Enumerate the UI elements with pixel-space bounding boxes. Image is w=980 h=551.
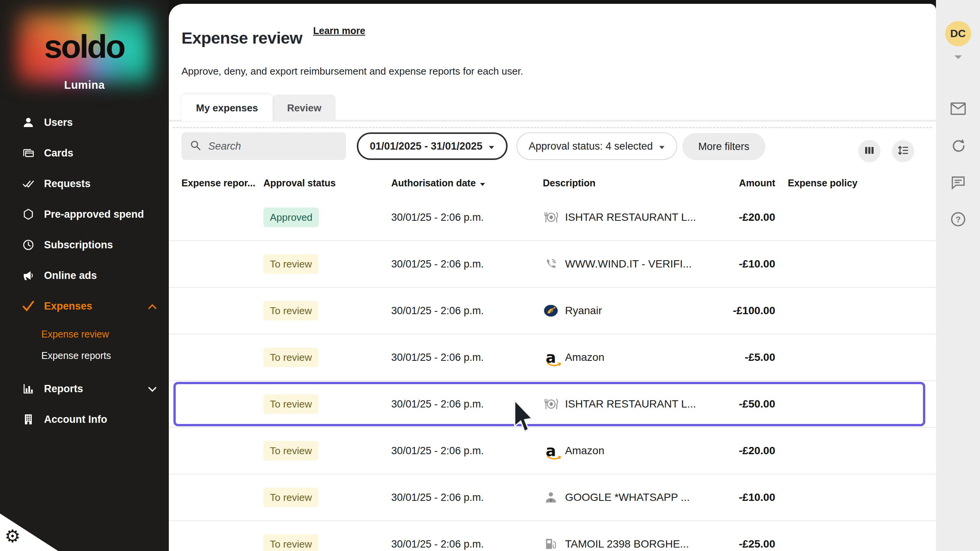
- tab-review[interactable]: Review: [273, 95, 336, 121]
- date-range-filter[interactable]: 01/01/2025 - 31/01/2025: [357, 132, 508, 160]
- column-header-expense-report[interactable]: Expense repor...: [181, 178, 255, 189]
- sidebar-subitem-expense-review[interactable]: Expense review: [41, 327, 109, 341]
- amount-cell: -£20.00: [739, 211, 775, 223]
- row-height-button[interactable]: [892, 140, 914, 162]
- amount-cell: -£50.00: [739, 398, 775, 410]
- amazon-logo-icon: a: [543, 349, 559, 365]
- columns-settings-button[interactable]: [858, 140, 880, 162]
- fuel-pump-icon: [543, 536, 559, 551]
- sidebar-item-online-ads[interactable]: Online ads: [0, 267, 169, 284]
- avatar-chevron-down-icon[interactable]: [954, 54, 962, 61]
- table-body: Approved 30/01/25 - 2:06 p.m. ISHTAR RES…: [169, 194, 936, 551]
- sidebar-subitem-expense-reports[interactable]: Expense reports: [41, 349, 111, 362]
- restaurant-icon: [543, 396, 559, 412]
- sidebar-item-label: Account Info: [44, 414, 107, 425]
- tab-bar: My expenses Review: [181, 95, 336, 121]
- help-icon[interactable]: ?: [950, 211, 967, 228]
- bar-chart-icon: [22, 382, 35, 395]
- sidebar-item-requests[interactable]: Requests: [0, 175, 169, 192]
- caret-down-icon: [488, 140, 495, 152]
- description-cell: WWW.WIND.IT - VERIFI...: [543, 256, 692, 272]
- restaurant-icon: [543, 209, 559, 225]
- building-icon: [22, 413, 35, 426]
- merchant-name: Amazon: [565, 351, 604, 364]
- sidebar-item-users[interactable]: Users: [0, 114, 169, 131]
- table-row[interactable]: To review 30/01/25 - 2:06 p.m. TAMOIL 23…: [169, 520, 936, 551]
- phone-icon: [543, 256, 559, 272]
- amount-cell: -£100.00: [733, 305, 775, 317]
- table-row[interactable]: To review 30/01/25 - 2:06 p.m. GOOGLE *W…: [169, 474, 936, 520]
- sidebar-item-label: Users: [44, 117, 73, 129]
- approval-status-value: Approval status: 4 selected: [529, 140, 653, 152]
- authorisation-date-cell: 30/01/25 - 2:06 p.m.: [391, 538, 484, 550]
- sidebar: soldo Lumina Users Cards Requests Pre-ap…: [0, 0, 169, 551]
- double-check-icon: [22, 177, 35, 190]
- soldo-logo[interactable]: soldo: [19, 13, 149, 82]
- sidebar-item-label: Reports: [44, 383, 83, 395]
- merchant-name: GOOGLE *WHATSAPP ...: [565, 491, 690, 504]
- sidebar-item-label: Requests: [44, 178, 91, 190]
- settings-gear-icon[interactable]: ⚙: [5, 527, 20, 545]
- column-header-authorisation-date[interactable]: Authorisation date: [391, 178, 485, 189]
- sidebar-item-subscriptions[interactable]: Subscriptions: [0, 236, 169, 253]
- search-input[interactable]: Search: [181, 132, 346, 160]
- card-icon: [22, 147, 35, 160]
- merchant-name: ISHTAR RESTAURANT L...: [565, 211, 696, 223]
- amount-cell: -£10.00: [739, 491, 775, 504]
- merchant-name: WWW.WIND.IT - VERIFI...: [565, 258, 692, 270]
- table-row[interactable]: To review 30/01/25 - 2:06 p.m. a Amazon …: [169, 334, 936, 380]
- sidebar-item-cards[interactable]: Cards: [0, 145, 169, 161]
- approval-status-filter[interactable]: Approval status: 4 selected: [516, 132, 677, 160]
- sidebar-item-label: Pre-approved spend: [44, 209, 144, 220]
- subitem-label: Expense review: [41, 329, 109, 340]
- column-header-amount[interactable]: Amount: [739, 178, 775, 189]
- mail-icon[interactable]: [950, 100, 967, 117]
- merchant-name: Amazon: [565, 445, 604, 457]
- app-window: soldo Lumina Users Cards Requests Pre-ap…: [0, 0, 980, 551]
- amount-cell: -£20.00: [739, 445, 775, 457]
- chat-icon[interactable]: [950, 174, 967, 191]
- more-filters-button[interactable]: More filters: [683, 133, 765, 160]
- sidebar-item-label: Expenses: [44, 300, 92, 312]
- page-subtitle: Approve, deny, and export reimbursement …: [181, 65, 523, 77]
- company-name: Lumina: [0, 79, 169, 91]
- columns-icon: [864, 145, 875, 158]
- refresh-icon[interactable]: [950, 137, 967, 154]
- column-header-approval-status[interactable]: Approval status: [263, 178, 336, 189]
- sort-desc-icon: [480, 178, 485, 189]
- merchant-name: ISHTAR RESTAURANT L...: [565, 398, 696, 410]
- chevron-up-icon[interactable]: [148, 300, 157, 312]
- table-header: Expense repor... Approval status Authori…: [169, 174, 936, 195]
- column-header-expense-policy[interactable]: Expense policy: [788, 178, 858, 189]
- status-badge: To review: [263, 535, 318, 551]
- tab-my-expenses[interactable]: My expenses: [181, 95, 273, 121]
- sidebar-item-pre-approved-spend[interactable]: Pre-approved spend: [0, 206, 169, 223]
- table-row[interactable]: To review 30/01/25 - 2:06 p.m. a Amazon …: [169, 427, 936, 474]
- caret-down-icon: [659, 140, 665, 152]
- table-row[interactable]: To review 30/01/25 - 2:06 p.m. WWW.WIND.…: [169, 240, 936, 287]
- sidebar-item-label: Subscriptions: [44, 239, 113, 251]
- user-icon: [22, 116, 35, 129]
- ryanair-logo-icon: [543, 303, 559, 319]
- amount-cell: -£5.00: [745, 351, 775, 364]
- sidebar-item-expenses[interactable]: Expenses: [0, 298, 169, 315]
- column-header-description[interactable]: Description: [543, 178, 596, 189]
- sidebar-item-account-info[interactable]: Account Info: [0, 411, 169, 428]
- avatar[interactable]: DC: [945, 21, 971, 46]
- authorisation-date-cell: 30/01/25 - 2:06 p.m.: [391, 352, 484, 364]
- table-row[interactable]: Approved 30/01/25 - 2:06 p.m. ISHTAR RES…: [169, 194, 936, 240]
- merchant-name: TAMOIL 2398 BORGHE...: [565, 538, 689, 550]
- page-title: Expense review: [181, 29, 302, 47]
- logo-text: soldo: [44, 28, 124, 65]
- description-cell: TAMOIL 2398 BORGHE...: [543, 536, 689, 551]
- learn-more-link[interactable]: Learn more: [313, 25, 365, 36]
- description-cell: GOOGLE *WHATSAPP ...: [543, 489, 690, 505]
- description-cell: a Amazon: [543, 349, 604, 365]
- table-row[interactable]: To review 30/01/25 - 2:06 p.m. Ryanair -…: [169, 287, 936, 334]
- chevron-down-icon[interactable]: [148, 383, 157, 395]
- date-range-value: 01/01/2025 - 31/01/2025: [370, 140, 482, 152]
- sidebar-item-reports[interactable]: Reports: [0, 380, 169, 397]
- table-row[interactable]: To review 30/01/25 - 2:06 p.m. ISHTAR RE…: [169, 380, 936, 427]
- status-badge: To review: [263, 395, 318, 414]
- subitem-label: Expense reports: [41, 350, 111, 361]
